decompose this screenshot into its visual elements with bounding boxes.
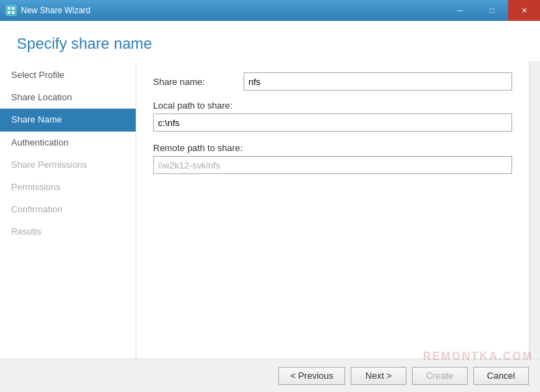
close-button[interactable]: ✕: [508, 0, 540, 21]
main-window: Specify share name Select Profile Share …: [0, 21, 540, 392]
svg-rect-3: [12, 11, 15, 14]
previous-button[interactable]: < Previous: [278, 367, 345, 385]
local-path-input[interactable]: [153, 113, 512, 132]
sidebar-item-results: Results: [0, 221, 136, 243]
sidebar-item-authentication[interactable]: Authentication: [0, 132, 136, 154]
next-button[interactable]: Next >: [351, 367, 406, 385]
body-area: Select Profile Share Location Share Name…: [0, 61, 540, 359]
cancel-button[interactable]: Cancel: [473, 367, 529, 385]
sidebar-item-share-location[interactable]: Share Location: [0, 86, 136, 109]
page-header: Specify share name: [0, 21, 540, 61]
right-scrollbar: [529, 61, 540, 359]
share-name-row: Share name:: [153, 72, 512, 91]
minimize-button[interactable]: ─: [444, 0, 476, 21]
sidebar-item-confirmation: Confirmation: [0, 198, 136, 221]
maximize-button[interactable]: □: [476, 0, 508, 21]
sidebar-item-select-profile[interactable]: Select Profile: [0, 64, 136, 86]
form-area: Share name: Local path to share: Remote …: [136, 61, 529, 359]
content-area: Specify share name Select Profile Share …: [0, 21, 540, 359]
remote-path-input[interactable]: [153, 156, 512, 174]
title-bar-left: New Share Wizard: [6, 5, 90, 16]
sidebar-nav: Select Profile Share Location Share Name…: [0, 61, 136, 359]
svg-rect-2: [8, 11, 10, 14]
share-name-label: Share name:: [153, 77, 244, 87]
svg-rect-0: [8, 7, 10, 10]
app-icon: [6, 5, 17, 16]
page-title: Specify share name: [17, 35, 523, 53]
window-title: New Share Wizard: [21, 6, 90, 15]
sidebar-item-share-name[interactable]: Share Name: [0, 109, 136, 131]
sidebar-item-share-permissions: Share Permissions: [0, 154, 136, 176]
footer: < Previous Next > Create Cancel: [0, 359, 540, 392]
sidebar-item-permissions: Permissions: [0, 176, 136, 198]
svg-rect-1: [12, 7, 15, 10]
title-bar: New Share Wizard ─ □ ✕: [0, 0, 540, 21]
create-button[interactable]: Create: [412, 367, 468, 385]
share-name-input[interactable]: [244, 72, 512, 91]
window-controls: ─ □ ✕: [444, 0, 540, 21]
remote-path-group: Remote path to share:: [153, 143, 512, 174]
local-path-group: Local path to share:: [153, 100, 512, 132]
remote-path-label: Remote path to share:: [153, 143, 512, 153]
local-path-label: Local path to share:: [153, 100, 512, 111]
